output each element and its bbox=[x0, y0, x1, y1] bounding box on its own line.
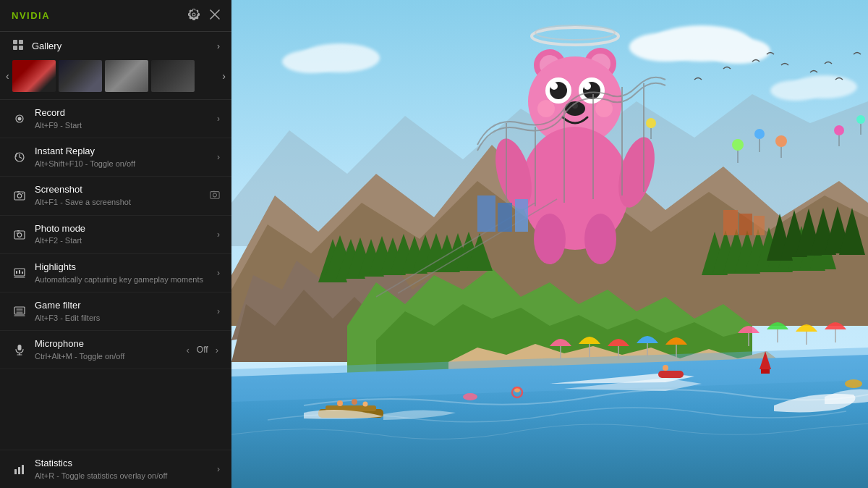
photo-mode-right: › bbox=[217, 230, 220, 240]
svg-rect-122 bbox=[498, 203, 512, 232]
menu-item-highlights[interactable]: Highlights Automatically capturing key g… bbox=[0, 254, 231, 293]
svg-rect-21 bbox=[19, 270, 20, 274]
microphone-next-button[interactable]: › bbox=[214, 345, 220, 356]
photo-mode-chevron: › bbox=[217, 230, 220, 240]
svg-point-143 bbox=[646, 118, 656, 128]
svg-point-12 bbox=[213, 193, 217, 197]
instant-replay-right: › bbox=[217, 152, 220, 162]
photo-mode-subtitle: Alt+F2 - Start bbox=[35, 235, 217, 245]
gallery-header[interactable]: Gallery › bbox=[0, 32, 231, 60]
highlights-icon bbox=[12, 267, 27, 279]
svg-rect-11 bbox=[210, 192, 219, 199]
svg-rect-3 bbox=[19, 46, 23, 50]
gallery-label: Gallery bbox=[32, 41, 61, 51]
svg-point-46 bbox=[363, 402, 368, 407]
sidebar: NVIDIA bbox=[0, 0, 231, 488]
game-filter-title: Game filter bbox=[35, 300, 217, 312]
gallery-prev-button[interactable]: ‹ bbox=[3, 70, 12, 82]
record-right: › bbox=[217, 114, 220, 124]
record-chevron: › bbox=[217, 114, 220, 124]
settings-icon[interactable] bbox=[188, 9, 200, 22]
svg-point-103 bbox=[537, 100, 555, 117]
svg-rect-125 bbox=[739, 214, 752, 235]
thumbnail-4[interactable] bbox=[151, 60, 195, 92]
svg-rect-2 bbox=[13, 46, 17, 50]
svg-point-8 bbox=[17, 194, 22, 198]
thumbs-container bbox=[12, 60, 220, 92]
svg-point-99 bbox=[550, 83, 558, 90]
svg-rect-124 bbox=[723, 210, 738, 235]
highlights-chevron: › bbox=[217, 268, 220, 278]
screenshot-content: Screenshot Alt+F1 - Save a screenshot bbox=[35, 184, 210, 207]
photo-mode-title: Photo mode bbox=[35, 223, 217, 235]
statistics-icon bbox=[12, 463, 27, 475]
svg-point-108 bbox=[534, 214, 566, 264]
gallery-section: Gallery › ‹ › bbox=[0, 32, 231, 100]
microphone-title: Microphone bbox=[35, 338, 185, 350]
close-icon[interactable] bbox=[210, 9, 220, 22]
svg-rect-14 bbox=[14, 231, 25, 239]
instant-replay-content: Instant Replay Alt+Shift+F10 - Toggle on… bbox=[35, 146, 217, 169]
menu-item-statistics[interactable]: Statistics Alt+R - Toggle statistics ove… bbox=[0, 450, 231, 488]
game-scene-svg bbox=[231, 0, 868, 488]
microphone-prev-button[interactable]: ‹ bbox=[185, 345, 191, 356]
menu-list: Record Alt+F9 - Start › Instant Replay A… bbox=[0, 100, 231, 450]
menu-item-microphone[interactable]: Microphone Ctrl+Alt+M - Toggle on/off ‹ … bbox=[0, 331, 231, 369]
header-controls bbox=[188, 9, 220, 22]
instant-replay-chevron: › bbox=[217, 152, 220, 162]
statistics-title: Statistics bbox=[35, 458, 217, 470]
screenshot-subtitle: Alt+F1 - Save a screenshot bbox=[35, 197, 210, 207]
menu-item-game-filter[interactable]: Game filter Alt+F3 - Edit filters › bbox=[0, 293, 231, 331]
game-filter-content: Game filter Alt+F3 - Edit filters bbox=[35, 300, 217, 323]
highlights-right: › bbox=[217, 268, 220, 278]
svg-point-48 bbox=[663, 365, 668, 371]
menu-item-instant-replay[interactable]: Instant Replay Alt+Shift+F10 - Toggle on… bbox=[0, 138, 231, 177]
record-title: Record bbox=[35, 107, 217, 119]
thumbnail-1[interactable] bbox=[12, 60, 56, 92]
svg-point-141 bbox=[856, 115, 865, 124]
svg-rect-13 bbox=[213, 191, 215, 192]
svg-rect-47 bbox=[658, 371, 684, 378]
svg-point-109 bbox=[584, 214, 616, 264]
svg-point-133 bbox=[732, 139, 744, 151]
game-filter-chevron: › bbox=[217, 306, 220, 316]
svg-point-44 bbox=[337, 400, 343, 406]
instant-replay-subtitle: Alt+Shift+F10 - Toggle on/off bbox=[35, 159, 217, 169]
svg-rect-20 bbox=[16, 271, 17, 274]
svg-rect-32 bbox=[18, 467, 20, 474]
svg-point-100 bbox=[584, 83, 591, 90]
gallery-left: Gallery bbox=[12, 39, 61, 53]
thumbnail-3[interactable] bbox=[105, 60, 148, 92]
thumbnail-2[interactable] bbox=[59, 60, 102, 92]
svg-rect-9 bbox=[17, 191, 20, 193]
record-icon bbox=[12, 113, 27, 125]
gallery-next-button[interactable]: › bbox=[219, 70, 229, 82]
statistics-right: › bbox=[217, 464, 220, 474]
svg-point-130 bbox=[845, 379, 862, 388]
menu-item-photo-mode[interactable]: Photo mode Alt+F2 - Start › bbox=[0, 216, 231, 254]
svg-point-137 bbox=[775, 135, 787, 147]
screenshot-camera-icon bbox=[210, 190, 220, 202]
svg-rect-28 bbox=[18, 345, 22, 350]
svg-rect-123 bbox=[515, 199, 528, 232]
svg-rect-31 bbox=[14, 469, 17, 474]
game-filter-icon bbox=[12, 306, 27, 317]
screenshot-right bbox=[210, 190, 220, 202]
screenshot-icon bbox=[12, 190, 27, 201]
statistics-content: Statistics Alt+R - Toggle statistics ove… bbox=[35, 458, 217, 481]
svg-rect-126 bbox=[754, 216, 765, 235]
photo-mode-icon bbox=[12, 229, 27, 240]
sidebar-header: NVIDIA bbox=[0, 0, 231, 32]
svg-rect-132 bbox=[761, 369, 770, 374]
screenshot-title: Screenshot bbox=[35, 184, 210, 196]
highlights-content: Highlights Automatically capturing key g… bbox=[35, 261, 217, 285]
svg-rect-16 bbox=[17, 230, 20, 232]
menu-item-screenshot[interactable]: Screenshot Alt+F1 - Save a screenshot bbox=[0, 177, 231, 215]
svg-rect-0 bbox=[13, 40, 17, 44]
app-title: NVIDIA bbox=[12, 10, 50, 21]
menu-item-record[interactable]: Record Alt+F9 - Start › bbox=[0, 100, 231, 138]
svg-rect-7 bbox=[14, 192, 25, 200]
svg-point-39 bbox=[282, 50, 340, 73]
gallery-chevron: › bbox=[217, 41, 220, 51]
microphone-subtitle: Ctrl+Alt+M - Toggle on/off bbox=[35, 351, 185, 361]
